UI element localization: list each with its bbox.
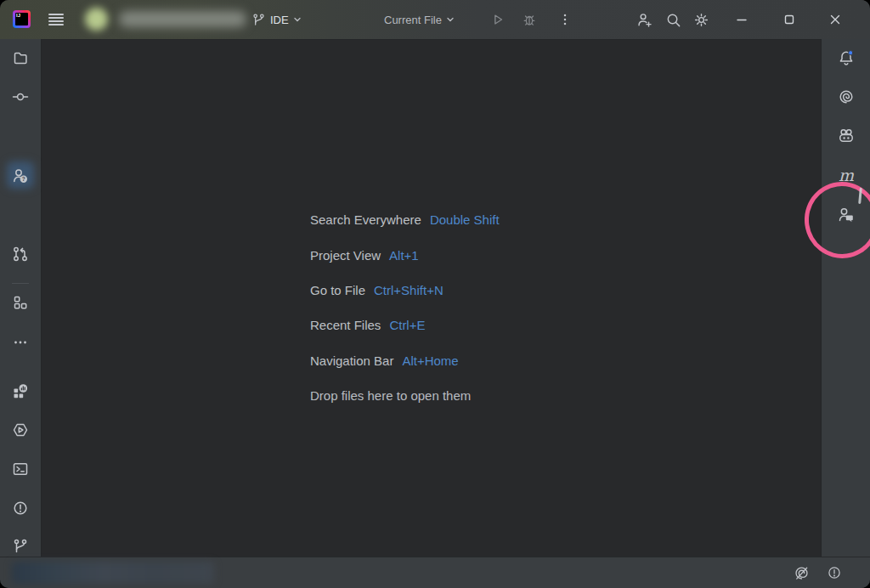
maximize-button[interactable]	[782, 12, 797, 27]
terminal-icon[interactable]	[12, 461, 29, 478]
run-config-widget[interactable]: Current File	[384, 9, 455, 30]
status-bar	[0, 557, 870, 588]
notifications-bell-icon[interactable]	[838, 49, 855, 66]
ide-logo-icon: IJ	[13, 10, 31, 28]
shortcut-row: Project View Alt+1	[310, 237, 500, 272]
chevron-down-icon	[446, 15, 455, 24]
shortcut-label: Project View	[310, 248, 381, 263]
project-icon-blurred[interactable]	[85, 8, 108, 31]
dashboard-chart-icon[interactable]	[12, 382, 29, 399]
more-horizontal-icon[interactable]	[12, 334, 29, 351]
branch-label: IDE	[270, 14, 289, 26]
ide-window: IJ IDE Current File	[0, 0, 870, 588]
status-info-blurred[interactable]	[12, 562, 214, 584]
more-options-button[interactable]	[556, 11, 573, 28]
drop-hint-text: Drop files here to open them	[310, 388, 471, 403]
close-button[interactable]	[828, 12, 843, 27]
main-menu-button[interactable]	[48, 14, 64, 25]
shortcut-row: Search Everywhere Double Shift	[310, 202, 500, 237]
commit-icon[interactable]	[12, 88, 29, 105]
shortcut-row: Navigation Bar Alt+Home	[310, 343, 500, 378]
stripe-divider	[12, 283, 29, 284]
git-branch-icon[interactable]	[12, 538, 29, 555]
editor-area: Search Everywhere Double Shift Project V…	[42, 40, 821, 557]
screenshot-root: IJ IDE Current File	[0, 0, 870, 588]
person-question-icon[interactable]: ?	[12, 167, 29, 184]
shortcut-label: Search Everywhere	[310, 212, 421, 227]
shortcut-keys-link[interactable]: Ctrl+Shift+N	[374, 283, 443, 297]
event-log-icon[interactable]	[826, 564, 843, 581]
add-user-button[interactable]	[636, 11, 652, 28]
shortcut-row: Recent Files Ctrl+E	[310, 308, 500, 342]
shortcut-label: Go to File	[310, 283, 365, 297]
debug-button[interactable]	[521, 11, 538, 28]
shortcut-keys-link[interactable]: Double Shift	[430, 212, 500, 227]
project-folder-icon[interactable]	[12, 49, 29, 66]
run-button[interactable]	[489, 11, 506, 28]
right-tool-stripe: m	[821, 39, 870, 557]
shortcut-label: Recent Files	[310, 318, 381, 332]
maven-icon[interactable]: m	[838, 167, 855, 184]
shortcut-keys-link[interactable]: Alt+Home	[402, 353, 458, 368]
structure-icon[interactable]	[12, 294, 29, 311]
search-icon[interactable]	[664, 11, 681, 28]
chevron-down-icon	[293, 15, 302, 24]
git-branch-icon	[251, 13, 266, 27]
problems-icon[interactable]	[12, 500, 29, 517]
shortcut-keys-link[interactable]: Ctrl+E	[389, 318, 425, 332]
shortcut-keys-link[interactable]: Alt+1	[389, 248, 419, 263]
ai-assistant-icon[interactable]	[838, 88, 855, 105]
vcs-branch-widget[interactable]: IDE	[251, 9, 302, 30]
services-icon[interactable]	[12, 421, 29, 438]
person-chat-icon[interactable]	[838, 206, 855, 223]
settings-gear-icon[interactable]	[692, 11, 709, 28]
project-name-blurred[interactable]	[119, 11, 246, 27]
drop-hint-row: Drop files here to open them	[310, 378, 500, 413]
pull-requests-icon[interactable]	[12, 246, 29, 263]
bot-icon[interactable]	[838, 127, 855, 144]
shortcut-hints: Search Everywhere Double Shift Project V…	[310, 202, 500, 413]
title-bar: IJ IDE Current File	[0, 0, 870, 40]
ai-disabled-icon[interactable]	[793, 564, 810, 581]
minimize-button[interactable]	[734, 12, 749, 27]
run-config-label: Current File	[384, 14, 442, 26]
shortcut-row: Go to File Ctrl+Shift+N	[310, 273, 500, 308]
left-tool-stripe: ?	[0, 39, 42, 557]
maven-letter: m	[839, 167, 854, 184]
shortcut-label: Navigation Bar	[310, 353, 393, 368]
svg-text:?: ?	[22, 176, 25, 182]
